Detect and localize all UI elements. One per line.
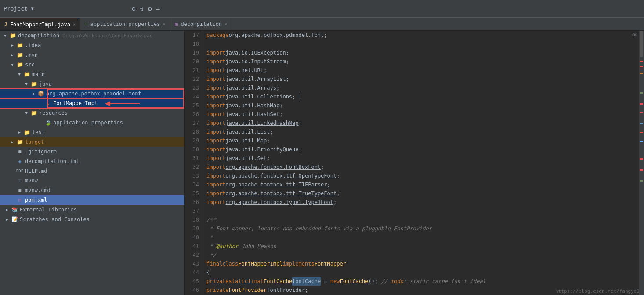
resources-expand[interactable]: ▼	[23, 111, 30, 115]
sort-icon[interactable]: ⇅	[140, 5, 143, 12]
sidebar-item-mvnw[interactable]: ≡ mvnw	[0, 176, 184, 186]
code-line-18	[206, 40, 639, 48]
sidebar-item-mvnwcmd[interactable]: ≡ mvnw.cmd	[0, 186, 184, 195]
code-line-29: import java.util.Map;	[206, 136, 639, 145]
watch-icon[interactable]: 👁	[632, 32, 638, 39]
highlighted-section: ▼ 📦 org.apache.pdfbox.pdmodel.font ☕ Fon…	[0, 89, 184, 108]
sidebar-item-java[interactable]: ▼ 📁 java	[0, 79, 184, 89]
line-num-17: 17	[185, 31, 199, 40]
gitignore-label: .gitignore	[25, 149, 57, 155]
sidebar-item-resources[interactable]: ▼ 📁 resources	[0, 108, 184, 118]
main-expand[interactable]: ▼	[16, 72, 23, 76]
scratch-icon: 📝	[11, 216, 18, 222]
project-section: Project ▼	[4, 5, 127, 12]
mvnw-label: mvnw	[25, 178, 38, 184]
code-line-23: import java.util.Arrays;	[206, 84, 639, 92]
mvn-expand[interactable]: ▶	[9, 53, 16, 57]
pkg-expand[interactable]: ▼	[30, 91, 37, 96]
line-num-20: 20	[185, 57, 199, 66]
code-line-32: import org.apache.fontbox.FontBoxFont;	[206, 163, 639, 171]
code-line-43: final class FontMapperImpl implements Fo…	[206, 259, 639, 268]
sidebar: ▼ 📁 decompilation D:\qzn\Workspace\GongF…	[0, 31, 185, 295]
test-folder-icon: 📁	[23, 129, 31, 135]
sidebar-item-iml[interactable]: ◈ decompilation.iml	[0, 157, 184, 166]
code-line-37	[206, 207, 639, 215]
settings-icon[interactable]: ⚙	[148, 5, 152, 12]
sidebar-item-fontmapperimpl[interactable]: ☕ FontMapperImpl	[0, 98, 184, 108]
sidebar-item-test[interactable]: ▶ 📁 test	[0, 127, 184, 137]
code-line-28: import java.util.List;	[206, 127, 639, 136]
sidebar-item-root[interactable]: ▼ 📁 decompilation D:\qzn\Workspace\GongF…	[0, 31, 184, 40]
helpmd-icon: PDF	[16, 169, 24, 173]
src-expand[interactable]: ▼	[9, 62, 16, 67]
minimap-mark-7	[640, 123, 643, 124]
top-bar: Project ▼ ⊕ ⇅ ⚙ —	[0, 0, 644, 18]
line-num-42: 42	[185, 251, 199, 259]
target-expand[interactable]: ▶	[9, 140, 16, 144]
code-content[interactable]: package org.apache.pdfbox.pdmodel.font; …	[202, 31, 639, 295]
line-numbers: 1718192021222324252627282930313233343536…	[185, 31, 202, 295]
aprop-icon: 🍃	[44, 120, 52, 126]
code-line-44: {	[206, 268, 639, 277]
scratch-expand[interactable]: ▶	[4, 217, 11, 222]
sidebar-item-scratches[interactable]: ▶ 📝 Scratches and Consoles	[0, 215, 184, 224]
sidebar-item-src[interactable]: ▼ 📁 src	[0, 60, 184, 69]
tab-decompilation[interactable]: m decompilation ✕	[170, 18, 232, 30]
mvnwcmd-icon: ≡	[16, 187, 24, 193]
fontmapper-label: FontMapperImpl	[53, 100, 98, 106]
sidebar-item-idea[interactable]: ▶ 📁 .idea	[0, 40, 184, 50]
iml-label: decompilation.iml	[25, 158, 79, 164]
code-line-38: /**	[206, 215, 639, 224]
sidebar-item-main[interactable]: ▼ 📁 main	[0, 69, 184, 79]
line-num-36: 36	[185, 198, 199, 207]
sidebar-item-mvn[interactable]: ▶ 📁 .mvn	[0, 50, 184, 60]
resources-folder-icon: 📁	[30, 110, 38, 116]
sidebar-item-pomxml[interactable]: m pom.xml	[0, 195, 184, 205]
tab-application-close[interactable]: ✕	[163, 22, 166, 26]
test-expand[interactable]: ▶	[16, 130, 23, 135]
code-line-30: import java.util.PriorityQueue;	[206, 145, 639, 154]
minimize-icon[interactable]: —	[156, 5, 159, 12]
line-num-39: 39	[185, 224, 199, 233]
code-line-34: import org.apache.fontbox.ttf.TIFParser;	[206, 180, 639, 189]
line-num-35: 35	[185, 189, 199, 198]
code-line-25: import java.util.HashMap;	[206, 101, 639, 110]
scrollbar-thumb[interactable]	[640, 31, 643, 57]
code-line-26: import java.util.HashSet;	[206, 110, 639, 119]
code-line-22: import java.util.ArrayList;	[206, 75, 639, 84]
ext-label: External Libraries	[20, 207, 77, 213]
minimap[interactable]	[639, 31, 644, 295]
ext-expand[interactable]: ▶	[4, 208, 11, 212]
java-folder-icon: 📁	[30, 81, 38, 87]
line-num-46: 46	[185, 286, 199, 295]
sidebar-item-application-prop[interactable]: 🍃 application.properties	[0, 118, 184, 127]
main-content: ▼ 📁 decompilation D:\qzn\Workspace\GongF…	[0, 31, 644, 295]
sidebar-item-helpmd[interactable]: PDF HELP.md	[0, 166, 184, 176]
sidebar-item-pkg[interactable]: ▼ 📦 org.apache.pdfbox.pdmodel.font	[0, 89, 184, 98]
minimap-mark-1	[640, 61, 643, 62]
root-expand-arrow[interactable]: ▼	[2, 33, 9, 38]
tab-decompilation-close[interactable]: ✕	[224, 22, 227, 26]
main-folder-icon: 📁	[23, 71, 31, 77]
line-num-29: 29	[185, 136, 199, 145]
line-num-32: 32	[185, 163, 199, 171]
tab-fontmapper[interactable]: J FontMapperImpl.java ✕	[0, 18, 80, 30]
code-editor[interactable]: 👁 17181920212223242526272829303132333435…	[185, 31, 644, 295]
sync-icon[interactable]: ⊕	[132, 5, 135, 12]
code-line-24: import java.util.Collections;	[206, 92, 639, 101]
line-num-18: 18	[185, 40, 199, 48]
minimap-mark-10	[640, 158, 643, 160]
mvn-label: .mvn	[25, 52, 38, 58]
line-num-28: 28	[185, 127, 199, 136]
toolbar-icons: ⊕ ⇅ ⚙ —	[132, 5, 160, 12]
project-dropdown-icon[interactable]: ▼	[31, 6, 34, 11]
line-num-37: 37	[185, 207, 199, 215]
java-expand[interactable]: ▼	[23, 82, 30, 86]
pom-label: pom.xml	[25, 197, 47, 203]
tab-application[interactable]: ≡ application.properties ✕	[80, 18, 170, 30]
sidebar-item-gitignore[interactable]: ≣ .gitignore	[0, 147, 184, 157]
tab-fontmapper-close[interactable]: ✕	[73, 22, 76, 27]
idea-expand[interactable]: ▶	[9, 43, 16, 47]
sidebar-item-target[interactable]: ▶ 📁 target	[0, 137, 184, 147]
sidebar-item-external-libraries[interactable]: ▶ 📚 External Libraries	[0, 205, 184, 215]
